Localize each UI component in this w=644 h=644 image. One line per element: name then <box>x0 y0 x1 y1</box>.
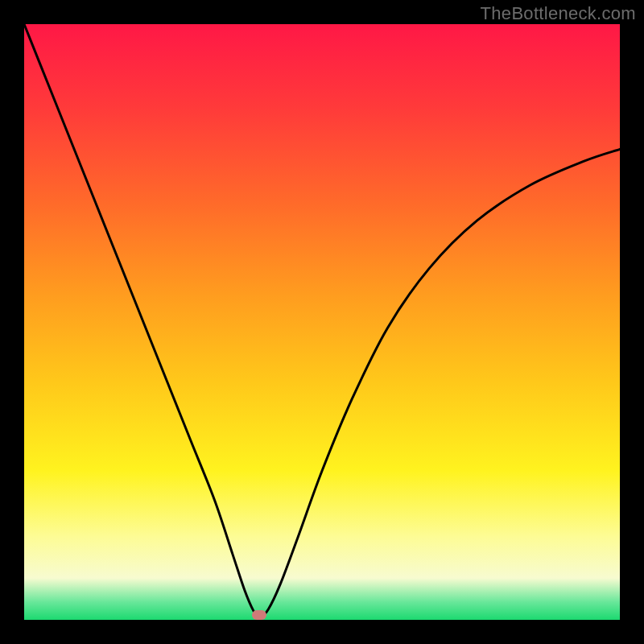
watermark-text: TheBottleneck.com <box>481 3 636 24</box>
chart-frame: TheBottleneck.com <box>0 0 644 644</box>
curve-path <box>24 24 620 618</box>
bottleneck-curve <box>24 24 620 620</box>
optimum-marker <box>252 610 266 620</box>
plot-area <box>24 24 620 620</box>
